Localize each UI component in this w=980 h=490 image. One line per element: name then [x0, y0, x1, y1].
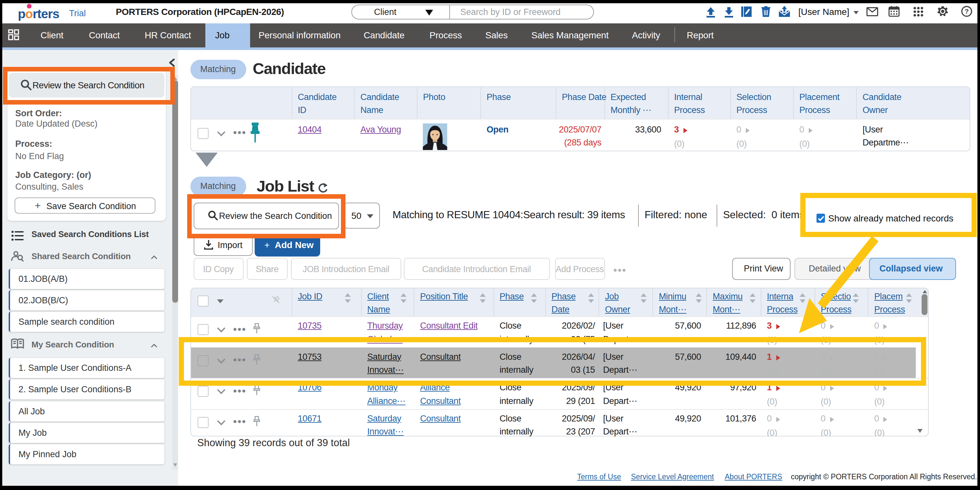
svg-text:?: ?	[965, 8, 969, 15]
